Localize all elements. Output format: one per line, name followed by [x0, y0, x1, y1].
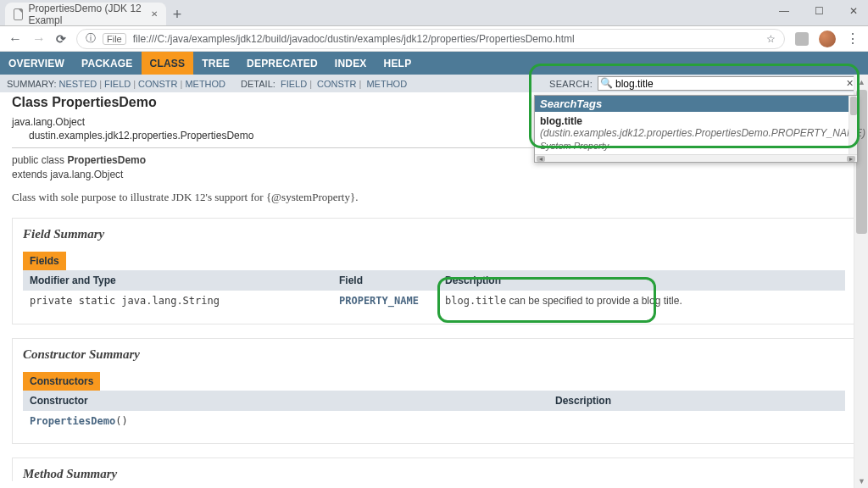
browser-tab[interactable]: PropertiesDemo (JDK 12 Exampl ✕ [5, 3, 166, 25]
search-label: SEARCH: [549, 79, 593, 89]
constructor-cell: PropertiesDemo() [23, 411, 548, 431]
fields-tab[interactable]: Fields [23, 252, 66, 270]
nav-class[interactable]: CLASS [142, 52, 194, 75]
table-row: private static java.lang.String PROPERTY… [23, 291, 845, 312]
col-modifier: Modifier and Type [23, 270, 332, 291]
col-constructor: Constructor [23, 391, 548, 411]
window-maximize-icon[interactable]: ☐ [810, 3, 829, 19]
window-minimize-icon[interactable]: — [774, 3, 794, 19]
browser-menu-icon[interactable]: ⋮ [846, 30, 860, 47]
dropdown-scrollbar-thumb[interactable] [850, 97, 857, 115]
nav-package[interactable]: PACKAGE [73, 52, 142, 75]
profile-avatar[interactable] [819, 30, 836, 47]
search-input[interactable] [598, 76, 856, 91]
detail-method[interactable]: METHOD [366, 79, 407, 89]
javadoc-top-nav: OVERVIEW PACKAGE CLASS TREE DEPRECATED I… [0, 52, 868, 75]
field-summary-table: Modifier and Type Field Description priv… [23, 270, 845, 312]
scroll-up-icon[interactable]: ▲ [854, 75, 868, 89]
extension-icon[interactable] [795, 32, 809, 46]
search-clear-icon[interactable]: ✕ [846, 78, 854, 89]
nav-index[interactable]: INDEX [326, 52, 376, 75]
constructor-summary-section: Constructor Summary Constructors Constru… [12, 338, 856, 444]
url-text: file:///C:/java/examples/jdk12/build/jav… [133, 33, 575, 45]
field-summary-heading: Field Summary [23, 227, 845, 241]
nav-deprecated[interactable]: DEPRECATED [238, 52, 326, 75]
detail-field: FIELD [281, 79, 307, 89]
page-icon [14, 8, 23, 20]
nav-overview[interactable]: OVERVIEW [0, 52, 73, 75]
search-icon: 🔍 [600, 77, 613, 89]
address-bar[interactable]: ⓘ File file:///C:/java/examples/jdk12/bu… [76, 29, 785, 49]
col-description: Description [438, 270, 845, 291]
url-scheme-chip: File [103, 33, 126, 45]
constructor-summary-heading: Constructor Summary [23, 347, 845, 362]
search-result-category: SearchTags [535, 96, 857, 112]
detail-constr[interactable]: CONSTR [317, 79, 356, 89]
field-link[interactable]: PROPERTY_NAME [339, 295, 419, 307]
field-description: blog.title can be specified to provide a… [438, 291, 845, 312]
search-result-match: blog.title [540, 115, 582, 127]
back-button[interactable]: ← [8, 31, 22, 47]
new-tab-button[interactable]: + [166, 3, 188, 25]
table-row: PropertiesDemo() [23, 411, 845, 431]
reload-button[interactable]: ⟳ [56, 32, 66, 46]
search-result-kind: System Property [535, 141, 857, 154]
summary-nested: NESTED [59, 79, 97, 89]
search-result-path: (dustin.examples.jdk12.properties.Proper… [540, 127, 865, 139]
javadoc-sub-nav: SUMMARY: NESTED| FIELD| CONSTR| METHOD D… [0, 75, 868, 92]
nav-help[interactable]: HELP [376, 52, 420, 75]
field-summary-section: Field Summary Fields Modifier and Type F… [12, 218, 856, 324]
window-close-icon[interactable]: ✕ [844, 3, 863, 19]
scroll-right-icon[interactable]: ▸ [847, 156, 855, 162]
constructors-tab[interactable]: Constructors [23, 372, 100, 391]
constructor-link[interactable]: PropertiesDemo [30, 415, 115, 427]
constructor-description [548, 411, 845, 431]
summary-constr[interactable]: CONSTR [138, 79, 177, 89]
tab-close-icon[interactable]: ✕ [151, 9, 158, 19]
summary-method[interactable]: METHOD [185, 79, 225, 89]
detail-label: DETAIL: [241, 79, 275, 89]
search-results-dropdown: SearchTags blog.title (dustin.examples.j… [534, 95, 858, 163]
dropdown-h-scrollbar[interactable]: ◂ ▸ [535, 154, 857, 162]
forward-button[interactable]: → [32, 31, 46, 47]
nav-tree[interactable]: TREE [193, 52, 238, 75]
method-summary-section: Method Summary [12, 458, 856, 481]
field-modifier: private static java.lang.String [23, 291, 332, 312]
constructor-summary-table: Constructor Description PropertiesDemo() [23, 391, 845, 431]
tab-title: PropertiesDemo (JDK 12 Exampl [28, 3, 146, 26]
col-ctor-description: Description [548, 391, 845, 411]
scroll-down-icon[interactable]: ▼ [854, 474, 868, 488]
summary-field[interactable]: FIELD [104, 79, 131, 89]
site-info-icon[interactable]: ⓘ [86, 31, 96, 46]
bookmark-star-icon[interactable]: ☆ [766, 33, 776, 45]
search-result-item[interactable]: blog.title (dustin.examples.jdk12.proper… [535, 112, 857, 141]
scroll-left-icon[interactable]: ◂ [537, 156, 545, 162]
summary-label: SUMMARY: [7, 79, 56, 89]
class-description: Class with sole purpose to illustrate JD… [12, 191, 856, 204]
method-summary-heading: Method Summary [23, 467, 845, 481]
col-field: Field [332, 270, 438, 291]
